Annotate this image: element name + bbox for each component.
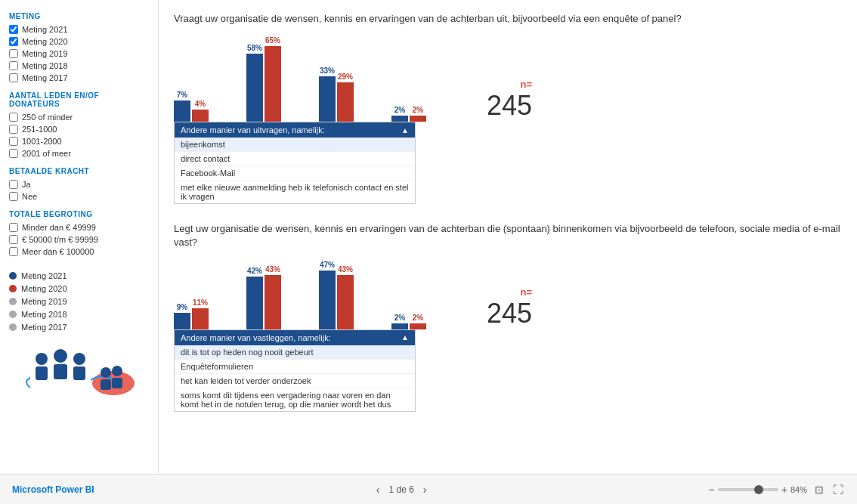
legend-dot-2019 <box>9 298 17 305</box>
legend-2019: Meting 2019 <box>9 297 149 306</box>
svg-point-10 <box>112 366 122 376</box>
q2-bar-label-blue-3: 47% <box>320 261 335 269</box>
svg-point-4 <box>73 353 85 365</box>
list-item[interactable]: soms komt dit tijdens een vergadering na… <box>175 388 415 411</box>
q1-bar-rect-blue-4 <box>391 116 408 122</box>
meting-2021-checkbox[interactable]: Meting 2021 <box>9 25 149 34</box>
list-item[interactable]: met elke nieuwe aanmelding heb ik telefo… <box>175 181 415 203</box>
q2-bar-group-4: 2% 2% <box>391 314 426 329</box>
q2-bar-rect-red-1 <box>192 308 209 329</box>
legend-label-2021: Meting 2021 <box>21 271 67 280</box>
fullscreen-icon[interactable]: ⛶ <box>831 482 845 497</box>
aantal-1001-label: 1001-2000 <box>22 137 62 146</box>
meting-2017-label: Meting 2017 <box>22 73 68 82</box>
q1-bar-pair-4: 2% 2% <box>391 106 426 122</box>
begroting-99999-checkbox[interactable]: € 50000 t/m € 99999 <box>9 235 149 244</box>
q1-bar-blue-3: 33% <box>319 66 336 122</box>
illustration <box>9 344 149 404</box>
right-panel: Vraagt uw organisatie de wensen, kennis … <box>159 0 857 474</box>
q2-bar-rect-red-3 <box>337 275 354 329</box>
q1-n-label: n= <box>521 79 533 90</box>
svg-point-2 <box>54 349 67 363</box>
meting-2021-label: Meting 2021 <box>22 25 68 34</box>
list-item[interactable]: dit is tot op heden nog nooit gebeurt <box>175 345 415 360</box>
q1-bar-blue-1: 7% <box>174 91 190 122</box>
q2-bar-label-blue-2: 42% <box>247 267 262 275</box>
begroting-49999-checkbox[interactable]: Minder dan € 49999 <box>9 223 149 232</box>
q2-n-label: n= <box>521 286 533 298</box>
aantal-251-checkbox[interactable]: 251-1000 <box>9 125 149 134</box>
q1-bar-label-blue-2: 58% <box>247 44 262 52</box>
q1-bar-blue-2: 58% <box>246 44 263 122</box>
q2-list: Andere manier van vastleggen, namelijk: … <box>174 329 416 412</box>
q2-bar-group-2: 42% 43% <box>246 265 281 329</box>
zoom-percent: 84% <box>790 485 807 494</box>
svg-rect-5 <box>73 366 85 380</box>
question-1-text: Vraagt uw organisatie de wensen, kennis … <box>174 12 842 26</box>
begroting-100000-label: Meer dan € 100000 <box>22 247 94 256</box>
q1-bar-rect-red-3 <box>337 82 354 122</box>
q2-bar-label-red-2: 43% <box>265 265 280 274</box>
list-item[interactable]: Enquêteformulieren <box>175 360 415 374</box>
q2-chart-row: 9% 11% 42% <box>174 261 842 329</box>
q1-bar-label-red-3: 29% <box>338 73 353 81</box>
zoom-controls: − + 84% <box>709 484 807 496</box>
meting-2018-checkbox[interactable]: Meting 2018 <box>9 61 149 70</box>
aantal-2001-checkbox[interactable]: 2001 of meer <box>9 149 149 158</box>
betaald-section-title: BETAALDE KRACHT <box>9 167 149 175</box>
q1-bar-label-blue-1: 7% <box>177 91 187 99</box>
q1-n-block: n= 245 <box>472 79 532 122</box>
q2-bar-blue-3: 47% <box>319 261 336 329</box>
begroting-100000-checkbox[interactable]: Meer dan € 100000 <box>9 247 149 256</box>
q1-bar-group-4: 2% 2% <box>391 106 426 122</box>
q2-bar-label-blue-1: 9% <box>177 303 187 311</box>
q1-bar-pair-2: 58% 65% <box>246 36 281 122</box>
betaald-nee-checkbox[interactable]: Nee <box>9 192 149 201</box>
list-item[interactable]: bijeenkomst <box>175 138 415 152</box>
q1-bar-red-4: 2% <box>410 106 426 122</box>
q1-bar-blue-4: 2% <box>391 106 408 122</box>
fit-screen-icon[interactable]: ⊡ <box>813 482 825 497</box>
q2-bar-label-red-1: 11% <box>193 298 208 307</box>
question-1-block: Vraagt uw organisatie de wensen, kennis … <box>174 12 842 204</box>
q2-bar-pair-4: 2% 2% <box>391 314 426 329</box>
zoom-thumb[interactable] <box>754 485 763 494</box>
aantal-251-label: 251-1000 <box>22 125 57 134</box>
list-item[interactable]: het kan leiden tot verder onderzoek <box>175 374 415 388</box>
legend-label-2017: Meting 2017 <box>21 323 67 332</box>
betaald-ja-checkbox[interactable]: Ja <box>9 180 149 189</box>
q1-bar-rect-blue-1 <box>174 100 190 122</box>
prev-page-button[interactable]: ‹ <box>373 482 383 497</box>
legend-dot-2020 <box>9 285 17 292</box>
meting-2019-checkbox[interactable]: Meting 2019 <box>9 49 149 58</box>
q1-list-scroll[interactable]: bijeenkomst direct contact Facebook-Mail… <box>175 138 415 203</box>
list-item[interactable]: Facebook-Mail <box>175 166 415 181</box>
q2-list-scroll[interactable]: dit is tot op heden nog nooit gebeurt En… <box>175 345 415 411</box>
q1-bar-pair-3: 33% 29% <box>319 66 354 122</box>
powerbi-brand-link[interactable]: Microsoft Power BI <box>12 484 94 495</box>
zoom-minus-button[interactable]: − <box>709 484 715 496</box>
next-page-button[interactable]: › <box>420 482 430 497</box>
q2-bar-blue-4: 2% <box>391 314 408 329</box>
aantal-1001-checkbox[interactable]: 1001-2000 <box>9 137 149 146</box>
zoom-plus-button[interactable]: + <box>781 484 787 496</box>
q2-bar-red-2: 43% <box>265 265 281 329</box>
svg-point-0 <box>36 353 48 365</box>
list-item[interactable]: direct contact <box>175 152 415 166</box>
legend-2017: Meting 2017 <box>9 323 149 332</box>
q1-bar-pair-1: 7% 4% <box>174 91 209 122</box>
q2-bar-blue-2: 42% <box>246 267 263 329</box>
meting-2020-label: Meting 2020 <box>22 37 68 46</box>
meting-section-title: METING <box>9 12 149 20</box>
zoom-track[interactable] <box>718 488 778 491</box>
q1-bar-label-red-1: 4% <box>195 100 206 108</box>
aantal-250-checkbox[interactable]: 250 of minder <box>9 113 149 122</box>
meting-2020-checkbox[interactable]: Meting 2020 <box>9 37 149 46</box>
q2-n-value: 245 <box>487 298 532 329</box>
question-2-block: Legt uw organisatie de wensen, kennis en… <box>174 222 842 411</box>
q1-n-value: 245 <box>487 90 532 122</box>
q2-bar-rect-red-2 <box>265 275 281 329</box>
q1-bar-label-blue-3: 33% <box>320 66 335 75</box>
meting-2017-checkbox[interactable]: Meting 2017 <box>9 73 149 82</box>
aantal-250-label: 250 of minder <box>22 113 73 122</box>
